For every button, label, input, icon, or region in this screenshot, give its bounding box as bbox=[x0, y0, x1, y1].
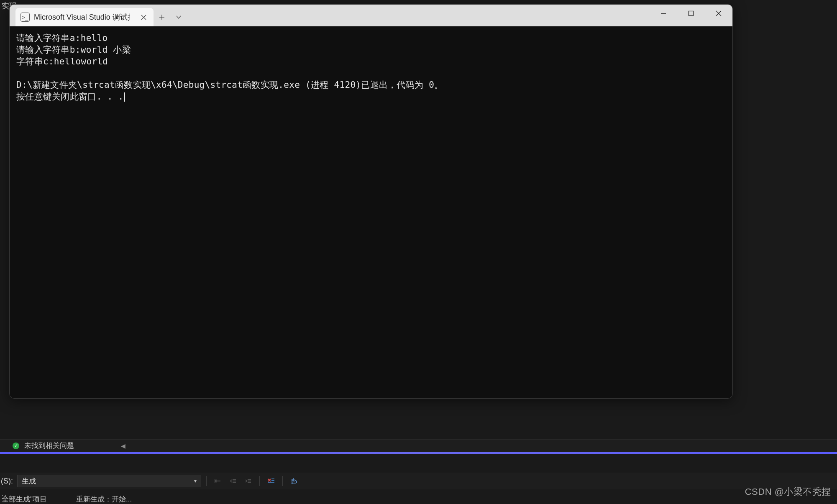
error-list-header[interactable]: ✓ 未找到相关问题 ◀ bbox=[0, 439, 837, 452]
indent-less-button bbox=[227, 475, 239, 487]
error-list-status: 未找到相关问题 bbox=[24, 441, 74, 450]
terminal-window: >_ Microsoft Visual Studio 调试控 请输入字符串a:h… bbox=[9, 4, 733, 399]
toolbar-divider bbox=[206, 476, 207, 486]
output-toolbar: (S): 生成 ▾ ab bbox=[0, 473, 837, 489]
tab-title: Microsoft Visual Studio 调试控 bbox=[34, 12, 130, 22]
maximize-button[interactable] bbox=[677, 5, 705, 22]
indent-more-button bbox=[242, 475, 254, 487]
terminal-tab[interactable]: >_ Microsoft Visual Studio 调试控 bbox=[15, 8, 154, 26]
watermark-text: CSDN @小梁不秃捏 bbox=[745, 486, 831, 498]
titlebar: >_ Microsoft Visual Studio 调试控 bbox=[10, 5, 732, 26]
window-controls bbox=[650, 5, 732, 26]
prev-message-button bbox=[212, 475, 224, 487]
word-wrap-button[interactable]: ab bbox=[288, 475, 300, 487]
svg-text:ab: ab bbox=[291, 478, 296, 482]
terminal-line: 按任意键关闭此窗口. . . bbox=[16, 92, 123, 102]
terminal-output[interactable]: 请输入字符串a:hello 请输入字符串b:world 小梁 字符串c:hell… bbox=[10, 26, 732, 108]
chevron-down-icon: ▾ bbox=[194, 478, 197, 484]
tab-dropdown-button[interactable] bbox=[170, 8, 187, 26]
panel-divider[interactable] bbox=[0, 452, 837, 454]
terminal-line: 字符串c:helloworld bbox=[16, 56, 108, 67]
terminal-line: D:\新建文件夹\strcat函数实现\x64\Debug\strcat函数实现… bbox=[16, 80, 443, 90]
clear-all-button[interactable] bbox=[265, 475, 277, 487]
terminal-icon: >_ bbox=[20, 13, 30, 22]
bg-output-fragment: 全部生成"项目 重新生成：开始... bbox=[0, 494, 133, 504]
toolbar-divider bbox=[259, 476, 260, 486]
svg-rect-5 bbox=[689, 11, 694, 16]
output-source-dropdown[interactable]: 生成 ▾ bbox=[17, 475, 201, 487]
ok-check-icon: ✓ bbox=[13, 443, 19, 449]
new-tab-button[interactable] bbox=[154, 8, 170, 26]
close-button[interactable] bbox=[705, 5, 732, 22]
cursor-icon bbox=[124, 92, 125, 102]
tab-close-button[interactable] bbox=[138, 12, 148, 22]
toolbar-divider bbox=[282, 476, 283, 486]
dropdown-value: 生成 bbox=[22, 476, 36, 486]
terminal-line: 请输入字符串b:world 小梁 bbox=[16, 45, 131, 55]
minimize-button[interactable] bbox=[650, 5, 677, 22]
terminal-line: 请输入字符串a:hello bbox=[16, 33, 108, 43]
output-source-label: (S): bbox=[1, 477, 15, 486]
collapse-arrow-icon[interactable]: ◀ bbox=[121, 443, 125, 449]
